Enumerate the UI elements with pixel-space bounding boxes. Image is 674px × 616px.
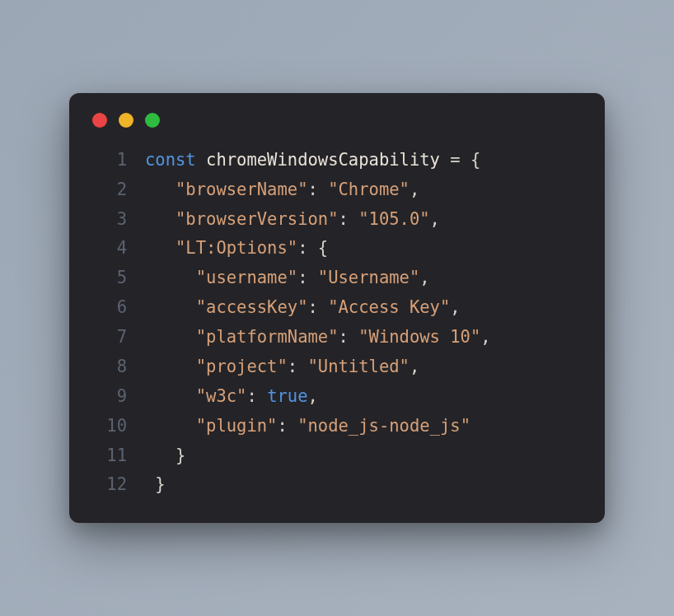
code-window: 1const chromeWindowsCapability = {2 "bro… (69, 93, 605, 524)
line-number: 4 (92, 234, 127, 264)
line-content: "browserName": "Chrome", (145, 175, 582, 205)
line-content: "plugin": "node_js-node_js" (145, 412, 582, 441)
code-token: : (297, 268, 318, 287)
line-content: "project": "Untitled", (145, 352, 582, 382)
code-token: : (288, 357, 308, 376)
code-token: "Untitled" (308, 357, 410, 376)
code-token: , (450, 297, 460, 317)
line-number: 11 (92, 441, 127, 471)
minimize-icon[interactable] (119, 113, 133, 128)
code-token: } (145, 446, 185, 465)
line-number: 7 (92, 323, 127, 352)
code-token: "username" (196, 268, 297, 287)
line-content: } (145, 470, 582, 500)
code-token: : (307, 180, 328, 199)
code-token: "platformName" (196, 327, 339, 347)
code-token: "Windows 10" (358, 327, 480, 347)
line-number: 12 (92, 470, 127, 500)
line-content: "browserVersion": "105.0", (145, 205, 582, 235)
code-token: : (307, 297, 328, 317)
code-token: : (246, 386, 267, 406)
code-line: 8 "project": "Untitled", (92, 352, 582, 382)
code-token: "Chrome" (328, 180, 410, 199)
code-token (145, 268, 196, 287)
code-token: , (480, 327, 490, 347)
code-token: "browserName" (176, 180, 307, 199)
code-line: 1const chromeWindowsCapability = { (92, 146, 582, 175)
line-content: "platformName": "Windows 10", (145, 323, 582, 352)
code-token: , (430, 209, 440, 229)
code-token (145, 357, 196, 376)
line-content: } (145, 441, 582, 471)
code-line: 7 "platformName": "Windows 10", (92, 323, 582, 352)
code-token: "Username" (318, 268, 419, 287)
code-area: 1const chromeWindowsCapability = {2 "bro… (92, 146, 582, 501)
code-token: , (308, 386, 318, 406)
line-number: 8 (92, 352, 127, 382)
code-token: "project" (196, 357, 288, 376)
line-number: 1 (92, 146, 127, 175)
line-content: "accessKey": "Access Key", (145, 293, 582, 323)
line-number: 5 (92, 264, 127, 293)
line-number: 3 (92, 205, 127, 235)
line-number: 2 (92, 175, 127, 205)
code-line: 10 "plugin": "node_js-node_js" (92, 412, 582, 441)
line-content: const chromeWindowsCapability = { (145, 146, 582, 175)
code-line: 9 "w3c": true, (92, 382, 582, 412)
code-line: 5 "username": "Username", (92, 264, 582, 293)
code-token: = (450, 150, 460, 170)
line-number: 6 (92, 293, 127, 323)
code-token: : (277, 416, 297, 436)
code-token: "browserVersion" (176, 209, 338, 229)
code-token: "node_js-node_js" (297, 416, 470, 436)
code-line: 11 } (92, 441, 582, 471)
code-token: "accessKey" (196, 297, 308, 317)
code-token: { (461, 150, 481, 170)
code-token: chromeWindowsCapability (196, 150, 451, 170)
code-token: : (339, 327, 359, 347)
code-token (145, 209, 176, 229)
code-line: 6 "accessKey": "Access Key", (92, 293, 582, 323)
maximize-icon[interactable] (145, 113, 160, 128)
code-line: 3 "browserVersion": "105.0", (92, 205, 582, 235)
line-number: 10 (92, 412, 127, 441)
code-token (145, 386, 196, 406)
code-token: "plugin" (196, 416, 278, 436)
code-token: "105.0" (358, 209, 429, 229)
code-token (145, 238, 176, 258)
code-token (145, 180, 176, 199)
code-token: "Access Key" (328, 297, 450, 317)
code-token: "LT:Options" (176, 238, 297, 258)
line-content: "LT:Options": { (145, 234, 582, 264)
close-icon[interactable] (92, 113, 107, 128)
code-line: 4 "LT:Options": { (92, 234, 582, 264)
code-token: } (145, 474, 166, 494)
line-number: 9 (92, 382, 127, 412)
code-token (145, 297, 196, 317)
code-token: , (410, 180, 419, 199)
code-line: 2 "browserName": "Chrome", (92, 175, 582, 205)
code-token: : (339, 209, 359, 229)
code-token: , (419, 268, 429, 287)
code-token: : { (297, 238, 328, 258)
code-token: , (410, 357, 419, 376)
code-line: 12 } (92, 470, 582, 500)
code-token: const (145, 150, 196, 170)
code-token (145, 327, 196, 347)
line-content: "username": "Username", (145, 264, 582, 293)
code-token: true (267, 386, 307, 406)
code-token: "w3c" (196, 386, 247, 406)
traffic-lights (92, 113, 582, 128)
line-content: "w3c": true, (145, 382, 582, 412)
code-token (145, 416, 196, 436)
